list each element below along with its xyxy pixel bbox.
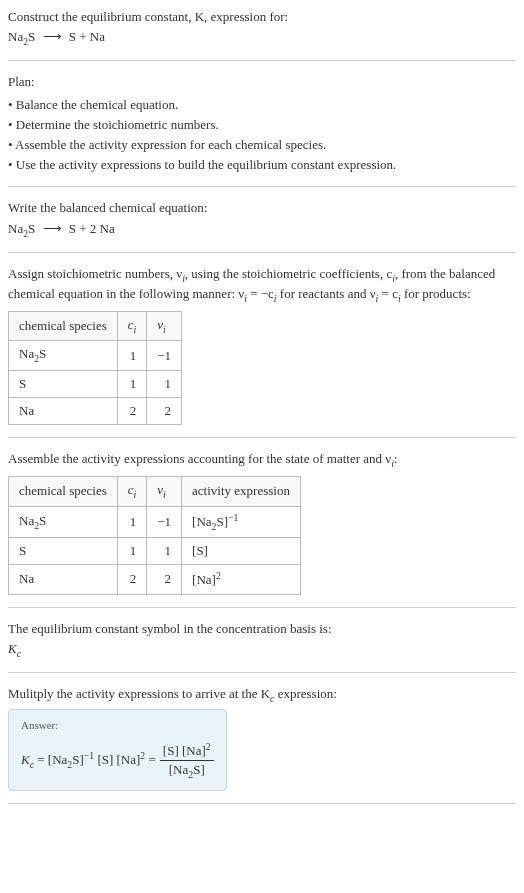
stoich-table: chemical species ci νi Na2S 1 −1 S 1 1 N…: [8, 311, 182, 425]
activity-section: Assemble the activity expressions accoun…: [8, 450, 516, 608]
multiply-section: Mulitply the activity expressions to arr…: [8, 685, 516, 803]
cell-species: S: [9, 538, 118, 565]
answer-label: Answer:: [21, 718, 214, 733]
answer-box: Answer: Kc = [Na2S]−1 [S] [Na]2 = [S] [N…: [8, 709, 227, 790]
cell-species: Na: [9, 397, 118, 424]
table-header-row: chemical species ci νi activity expressi…: [9, 477, 301, 506]
header-activity: activity expression: [182, 477, 301, 506]
intro-equation: Na2S ⟶ S + Na: [8, 28, 516, 48]
plan-item: • Assemble the activity expression for e…: [8, 136, 516, 154]
fraction-denominator: [Na2S]: [166, 761, 208, 781]
cell-expr: [Na]2: [182, 565, 301, 595]
header-c: ci: [117, 477, 147, 506]
header-species: chemical species: [9, 477, 118, 506]
table-row: Na 2 2 [Na]2: [9, 565, 301, 595]
header-species: chemical species: [9, 312, 118, 341]
intro-line: Construct the equilibrium constant, K, e…: [8, 8, 516, 26]
cell-c: 1: [117, 370, 147, 397]
balanced-heading: Write the balanced chemical equation:: [8, 199, 516, 217]
stoich-section: Assign stoichiometric numbers, νi, using…: [8, 265, 516, 438]
cell-species: Na2S: [9, 341, 118, 370]
answer-formula: Kc = [Na2S]−1 [S] [Na]2 = [S] [Na]2 [Na2…: [21, 740, 214, 782]
plan-list: • Balance the chemical equation. • Deter…: [8, 96, 516, 175]
cell-v: 2: [147, 565, 182, 595]
plan-item: • Use the activity expressions to build …: [8, 156, 516, 174]
header-c: ci: [117, 312, 147, 341]
table-row: S 1 1 [S]: [9, 538, 301, 565]
activity-intro: Assemble the activity expressions accoun…: [8, 450, 516, 470]
cell-v: 2: [147, 397, 182, 424]
stoich-intro: Assign stoichiometric numbers, νi, using…: [8, 265, 516, 305]
table-row: Na 2 2: [9, 397, 182, 424]
balanced-section: Write the balanced chemical equation: Na…: [8, 199, 516, 252]
fraction: [S] [Na]2 [Na2S]: [160, 740, 214, 782]
cell-v: 1: [147, 538, 182, 565]
symbol-value: Kc: [8, 640, 516, 660]
table-row: Na2S 1 −1: [9, 341, 182, 370]
cell-species: S: [9, 370, 118, 397]
cell-species: Na: [9, 565, 118, 595]
fraction-numerator: [S] [Na]2: [160, 740, 214, 762]
header-v: νi: [147, 477, 182, 506]
plan-item: • Balance the chemical equation.: [8, 96, 516, 114]
cell-c: 1: [117, 506, 147, 538]
intro-section: Construct the equilibrium constant, K, e…: [8, 8, 516, 61]
cell-expr: [S]: [182, 538, 301, 565]
cell-c: 2: [117, 565, 147, 595]
plan-item: • Determine the stoichiometric numbers.: [8, 116, 516, 134]
header-v: νi: [147, 312, 182, 341]
cell-c: 1: [117, 341, 147, 370]
table-row: S 1 1: [9, 370, 182, 397]
plan-heading: Plan:: [8, 73, 516, 91]
cell-v: −1: [147, 506, 182, 538]
cell-c: 1: [117, 538, 147, 565]
activity-table: chemical species ci νi activity expressi…: [8, 476, 301, 595]
cell-v: −1: [147, 341, 182, 370]
plan-section: Plan: • Balance the chemical equation. •…: [8, 73, 516, 187]
table-row: Na2S 1 −1 [Na2S]−1: [9, 506, 301, 538]
multiply-line: Mulitply the activity expressions to arr…: [8, 685, 516, 705]
balanced-equation: Na2S ⟶ S + 2 Na: [8, 220, 516, 240]
cell-c: 2: [117, 397, 147, 424]
cell-v: 1: [147, 370, 182, 397]
symbol-line: The equilibrium constant symbol in the c…: [8, 620, 516, 638]
symbol-section: The equilibrium constant symbol in the c…: [8, 620, 516, 673]
table-header-row: chemical species ci νi: [9, 312, 182, 341]
cell-expr: [Na2S]−1: [182, 506, 301, 538]
cell-species: Na2S: [9, 506, 118, 538]
